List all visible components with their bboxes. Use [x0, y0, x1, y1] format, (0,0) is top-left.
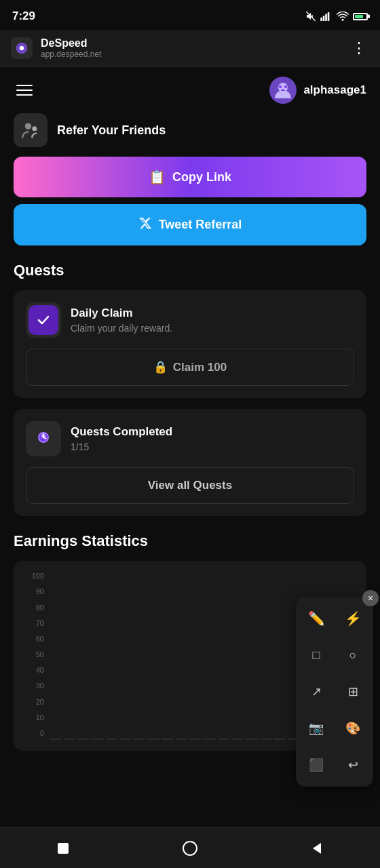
- daily-claim-name: Daily Claim: [71, 307, 354, 320]
- quests-completed-name: Quests Completed: [71, 425, 354, 439]
- y-label-90: 90: [24, 587, 48, 595]
- chart-bar: [162, 738, 174, 740]
- daily-claim-icon: [26, 302, 61, 338]
- chart-y-axis: 0 10 20 30 40 50 60 70 80 90 100: [24, 572, 48, 740]
- toolbar-grid-button[interactable]: ⊞: [338, 677, 368, 707]
- toolbar-arrow-button[interactable]: ↗: [301, 677, 331, 707]
- nav-stop-button[interactable]: [48, 833, 78, 863]
- username-label: alphasage1: [303, 83, 366, 97]
- view-all-quests-button[interactable]: View all Quests: [26, 467, 354, 504]
- daily-claim-item: Daily Claim Claim your daily reward.: [26, 302, 354, 338]
- svg-rect-1: [320, 18, 322, 21]
- svg-rect-10: [281, 90, 285, 91]
- chart-bar: [50, 738, 62, 740]
- quests-completed-progress: 1/15: [71, 441, 354, 452]
- refer-icon: [14, 113, 48, 147]
- back-icon: [310, 842, 324, 855]
- toolbar-color-button[interactable]: 🎨: [338, 713, 368, 743]
- svg-marker-20: [313, 843, 321, 854]
- avatar: [269, 77, 297, 104]
- stop-icon: [56, 842, 70, 855]
- status-time: 7:29: [12, 9, 35, 23]
- svg-point-9: [284, 85, 287, 88]
- earnings-title: Earnings Statistics: [14, 532, 366, 550]
- daily-claim-info: Daily Claim Claim your daily reward.: [71, 307, 354, 334]
- svg-point-11: [25, 123, 31, 130]
- toolbar-undo-button[interactable]: ↩: [338, 750, 368, 780]
- svg-point-12: [32, 126, 37, 131]
- chart-bar: [204, 738, 216, 740]
- toolbar-fill-button[interactable]: ⬛: [301, 750, 331, 780]
- status-bar: 7:29: [0, 0, 380, 30]
- copy-link-button[interactable]: 📋 Copy Link: [14, 157, 366, 197]
- app-header: alphasage1: [0, 67, 380, 113]
- browser-menu-button[interactable]: ⋮: [349, 37, 369, 60]
- y-label-100: 100: [24, 572, 48, 580]
- copy-icon: 📋: [149, 169, 166, 185]
- app-name: DeSpeed: [41, 37, 341, 50]
- chart-bar: [134, 738, 146, 740]
- wifi-icon: [337, 12, 349, 21]
- toolbar-camera-button[interactable]: 📷: [301, 713, 331, 743]
- view-quests-label: View all Quests: [148, 479, 232, 492]
- svg-point-5: [342, 19, 344, 21]
- y-label-70: 70: [24, 619, 48, 627]
- hamburger-button[interactable]: [14, 82, 35, 98]
- y-label-40: 40: [24, 666, 48, 674]
- battery-icon: [353, 13, 368, 20]
- svg-point-8: [279, 85, 282, 88]
- copy-link-label: Copy Link: [172, 170, 231, 184]
- svg-rect-3: [325, 14, 327, 22]
- browser-favicon: [11, 37, 33, 59]
- chart-bar: [119, 738, 132, 740]
- toolbar-rect-button[interactable]: □: [301, 640, 331, 670]
- y-label-30: 30: [24, 682, 48, 690]
- quests-completed-card: Quests Completed 1/15 View all Quests: [14, 409, 366, 516]
- daily-claim-desc: Claim your daily reward.: [71, 323, 354, 334]
- tweet-referral-button[interactable]: Tweet Referral: [14, 204, 366, 245]
- claim-button[interactable]: 🔒 Claim 100: [26, 349, 354, 386]
- chart-bar: [176, 738, 188, 740]
- toolbar-pen-button[interactable]: ✏️: [301, 604, 331, 633]
- nav-home-button[interactable]: [175, 833, 205, 863]
- nav-back-button[interactable]: [302, 833, 332, 863]
- chart-bar: [64, 738, 76, 740]
- app-url: app.despeed.net: [41, 50, 341, 59]
- chart-bar: [189, 738, 202, 740]
- mute-icon: [305, 11, 316, 22]
- chart-bar: [92, 738, 104, 740]
- user-info: alphasage1: [269, 77, 366, 104]
- chart-bar: [147, 738, 159, 740]
- svg-rect-18: [58, 843, 69, 854]
- signal-icon: [320, 12, 332, 21]
- claim-label: Claim 100: [173, 361, 227, 374]
- refer-title: Refer Your Friends: [57, 123, 166, 138]
- quests-section: Quests Daily Claim Claim your daily rewa…: [14, 262, 366, 516]
- toolbar-circle-button[interactable]: ○: [338, 640, 368, 670]
- svg-point-19: [183, 842, 197, 855]
- daily-claim-card: Daily Claim Claim your daily reward. 🔒 C…: [14, 290, 366, 398]
- x-twitter-icon: [138, 216, 152, 233]
- y-label-80: 80: [24, 604, 48, 612]
- refer-section: Refer Your Friends 📋 Copy Link Tweet Ref…: [14, 113, 366, 245]
- status-icons: [305, 11, 368, 22]
- chart-bar: [260, 738, 272, 740]
- toolbar-close-button[interactable]: ×: [362, 590, 379, 606]
- svg-rect-4: [328, 12, 330, 21]
- svg-rect-2: [323, 16, 325, 21]
- home-icon: [182, 840, 198, 856]
- y-label-10: 10: [24, 713, 48, 722]
- quests-completed-icon: [26, 421, 61, 456]
- chart-bar: [77, 738, 90, 740]
- y-label-20: 20: [24, 698, 48, 706]
- checkmark-icon: [28, 305, 58, 335]
- chart-bar: [231, 738, 244, 740]
- tweet-referral-label: Tweet Referral: [159, 218, 242, 232]
- y-label-50: 50: [24, 650, 48, 658]
- y-label-60: 60: [24, 635, 48, 643]
- browser-title: DeSpeed app.despeed.net: [41, 37, 341, 59]
- toolbar-eraser-button[interactable]: ⚡: [338, 604, 368, 633]
- floating-toolbar: × ✏️ ⚡ □ ○ ↗ ⊞ 📷 🎨 ⬛ ↩: [296, 597, 373, 787]
- lock-icon: 🔒: [153, 360, 168, 374]
- refer-header: Refer Your Friends: [14, 113, 366, 147]
